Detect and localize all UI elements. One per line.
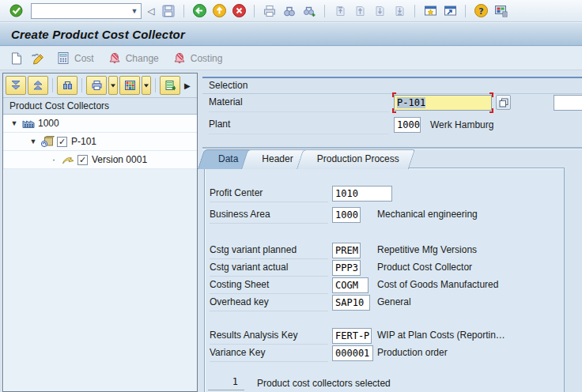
form-row: Cstg variant actual PPP3 Product Cost Co… bbox=[205, 260, 564, 277]
costing-sheet-field[interactable]: COGM bbox=[332, 277, 368, 293]
material-field[interactable]: P-101 bbox=[394, 95, 492, 111]
tree-node-1000[interactable]: ▼ 1000 bbox=[3, 115, 197, 133]
create-icon[interactable] bbox=[8, 51, 24, 66]
results-analysis-key-label: Results Analysis Key bbox=[210, 330, 328, 345]
tree-find-icon[interactable] bbox=[57, 76, 77, 95]
tree-node-label: P-101 bbox=[71, 136, 96, 147]
more-buttons-arrow[interactable]: ▶ bbox=[184, 81, 191, 90]
costing-button[interactable]: Costing bbox=[168, 49, 226, 68]
selected-count-field: 1 bbox=[208, 376, 244, 390]
command-dropdown-icon[interactable]: ▼ bbox=[128, 4, 141, 18]
toolbar-separator bbox=[414, 5, 415, 17]
material-row: Material P-101 bbox=[202, 94, 582, 113]
variance-key-field[interactable]: 000001 bbox=[332, 345, 373, 361]
next-page-icon[interactable] bbox=[372, 3, 387, 19]
cancel-icon[interactable] bbox=[231, 3, 247, 19]
field-description: Repetitive Mfg Versions bbox=[377, 244, 477, 255]
print-dropdown-icon[interactable] bbox=[108, 76, 118, 95]
change-button[interactable]: Change bbox=[104, 49, 162, 68]
expand-all-icon[interactable] bbox=[6, 76, 26, 95]
field-description: Production order bbox=[377, 347, 448, 358]
layout-dropdown-icon[interactable] bbox=[142, 76, 151, 95]
cstg-variant-actual-label: Cstg variant actual bbox=[210, 262, 328, 277]
tree: ▼ 1000 ▼ ✓ P-101 · ✓ Version 0001 bbox=[3, 115, 197, 169]
material-to-field[interactable] bbox=[554, 95, 582, 111]
command-field[interactable]: ▼ bbox=[31, 3, 142, 19]
cost-button-label: Cost bbox=[74, 53, 94, 64]
tree-checkbox-version[interactable]: ✓ bbox=[77, 155, 88, 165]
new-session-icon[interactable] bbox=[422, 3, 438, 19]
form-row: Costing Sheet COGM Cost of Goods Manufac… bbox=[205, 277, 564, 294]
focus-corner bbox=[392, 108, 396, 113]
plant-icon bbox=[21, 117, 36, 130]
collapse-all-icon[interactable] bbox=[28, 76, 48, 95]
multiple-selection-button[interactable] bbox=[496, 95, 511, 110]
calculator-icon bbox=[55, 51, 71, 66]
leaf-bullet-icon: · bbox=[49, 154, 59, 165]
hide-command-field-icon[interactable]: ◁ bbox=[146, 3, 157, 19]
alarm-icon bbox=[172, 51, 187, 66]
tree-node-p101[interactable]: ▼ ✓ P-101 bbox=[3, 133, 197, 151]
focus-corner bbox=[489, 108, 493, 113]
material-label: Material bbox=[209, 96, 389, 112]
export-icon[interactable] bbox=[160, 76, 180, 95]
back-icon[interactable] bbox=[191, 3, 207, 19]
cstg-variant-planned-field[interactable]: PREM bbox=[332, 243, 361, 258]
system-toolbar: ▼ ◁ ? bbox=[0, 0, 582, 22]
divider bbox=[202, 147, 582, 149]
svg-text:?: ? bbox=[478, 6, 483, 17]
tree-panel: ▶ Product Cost Collectors ▼ 1000 ▼ ✓ P-1… bbox=[2, 73, 198, 392]
business-area-field[interactable]: 1000 bbox=[332, 207, 361, 223]
toolbar-separator bbox=[465, 5, 466, 17]
variance-key-label: Variance Key bbox=[210, 347, 328, 362]
find-icon[interactable] bbox=[282, 3, 297, 19]
tab-label: Data bbox=[218, 153, 238, 164]
plant-description: Werk Hamburg bbox=[430, 119, 493, 130]
tab-header[interactable]: Header bbox=[244, 149, 305, 168]
command-input[interactable] bbox=[32, 5, 128, 17]
help-icon[interactable]: ? bbox=[473, 3, 489, 19]
cost-button[interactable]: Cost bbox=[52, 49, 97, 68]
page-title: Create Product Cost Collector bbox=[11, 28, 185, 41]
plant-field[interactable]: 1000 bbox=[394, 117, 421, 133]
layout-grid-icon[interactable] bbox=[119, 76, 140, 95]
find-next-icon[interactable] bbox=[301, 3, 317, 19]
results-analysis-key-field[interactable]: FERT-P bbox=[332, 328, 372, 344]
costing-sheet-label: Costing Sheet bbox=[210, 279, 328, 294]
tree-node-version-0001[interactable]: · ✓ Version 0001 bbox=[3, 151, 197, 169]
title-bar: Create Product Cost Collector bbox=[0, 22, 582, 46]
tab-strip: Data Header Production Process bbox=[207, 149, 412, 168]
tab-label: Production Process bbox=[317, 153, 399, 164]
plant-row: Plant 1000 Werk Hamburg bbox=[202, 116, 582, 135]
profit-center-field[interactable]: 1010 bbox=[332, 186, 392, 202]
exit-icon[interactable] bbox=[211, 3, 227, 19]
first-page-icon[interactable] bbox=[332, 3, 348, 19]
expander-icon[interactable]: ▼ bbox=[28, 138, 38, 145]
overhead-key-field[interactable]: SAP10 bbox=[332, 295, 370, 311]
content-top-rule bbox=[202, 77, 582, 78]
form-row: Profit Center 1010 bbox=[205, 186, 564, 202]
cstg-variant-planned-label: Cstg variant planned bbox=[210, 244, 328, 259]
previous-page-icon[interactable] bbox=[352, 3, 368, 19]
field-description: Product Cost Collector bbox=[377, 262, 472, 273]
tree-print-icon[interactable] bbox=[86, 76, 107, 95]
expander-icon[interactable]: ▼ bbox=[9, 119, 19, 127]
field-description: Cost of Goods Manufactured bbox=[377, 279, 498, 290]
customize-layout-icon[interactable] bbox=[493, 3, 508, 19]
enter-icon[interactable] bbox=[8, 3, 24, 19]
create-shortcut-icon[interactable] bbox=[442, 3, 458, 19]
cstg-variant-actual-field[interactable]: PPP3 bbox=[332, 260, 361, 276]
display-change-icon[interactable] bbox=[30, 51, 46, 66]
tab-production-process[interactable]: Production Process bbox=[300, 149, 412, 168]
material-field-frame: P-101 bbox=[394, 95, 492, 111]
toolbar-separator bbox=[183, 5, 184, 17]
business-area-label: Business Area bbox=[210, 209, 328, 224]
field-description: Mechanical engineering bbox=[377, 209, 478, 220]
last-page-icon[interactable] bbox=[391, 3, 407, 19]
field-description: General bbox=[377, 296, 411, 307]
tab-content-data: Profit Center 1010 Business Area 1000 Me… bbox=[204, 168, 565, 392]
toolbar-separator bbox=[254, 5, 255, 17]
tree-checkbox-p101[interactable]: ✓ bbox=[57, 137, 67, 147]
save-icon[interactable] bbox=[161, 3, 176, 19]
print-icon[interactable] bbox=[262, 3, 278, 19]
